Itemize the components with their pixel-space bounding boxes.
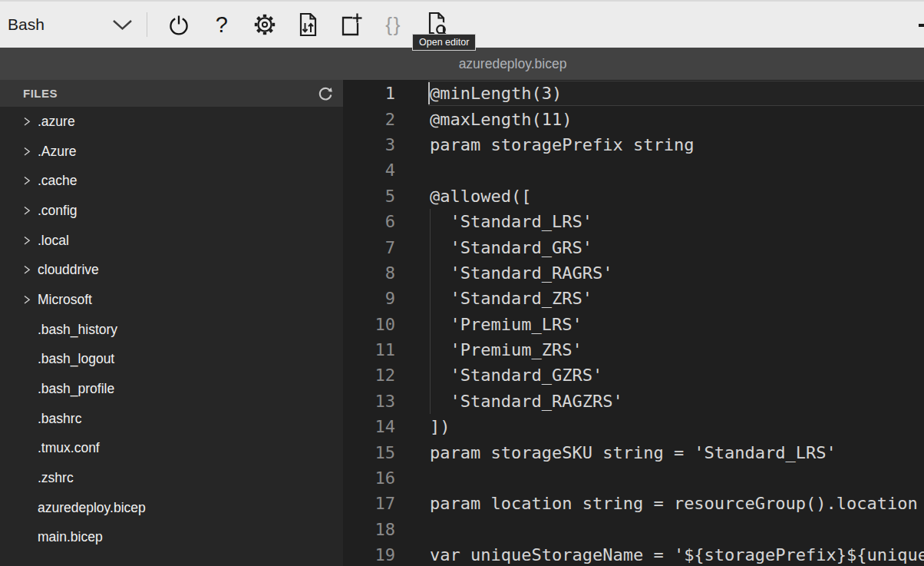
tree-item-label: .Azure bbox=[38, 144, 77, 160]
line-number: 2 bbox=[343, 110, 395, 129]
tree-item[interactable]: .zshrc bbox=[0, 463, 343, 493]
tree-item[interactable]: main.bicep bbox=[0, 523, 343, 553]
indent-guide bbox=[430, 209, 431, 234]
refresh-icon bbox=[318, 86, 333, 101]
tree-item[interactable]: Microsoft bbox=[0, 285, 343, 315]
tree-item-label: .bash_logout bbox=[38, 351, 114, 367]
chevron-right-icon[interactable] bbox=[23, 206, 31, 216]
tree-item[interactable]: .cache bbox=[0, 166, 343, 196]
code-line[interactable]: 9 'Standard_ZRS' bbox=[343, 286, 924, 311]
window-control-partial[interactable] bbox=[919, 24, 924, 27]
code-text: @allowed([ bbox=[430, 187, 924, 206]
tree-item[interactable]: .tmux.conf bbox=[0, 434, 343, 464]
chevron-right-icon[interactable] bbox=[23, 117, 31, 127]
tree-item[interactable]: .bash_logout bbox=[0, 345, 343, 375]
chevron-right-icon[interactable] bbox=[23, 265, 31, 275]
refresh-button[interactable] bbox=[318, 86, 333, 101]
tree-item[interactable]: .config bbox=[0, 196, 343, 226]
braces-button[interactable]: {} bbox=[372, 2, 415, 48]
code-line[interactable]: 8 'Standard_RAGRS' bbox=[343, 260, 924, 286]
line-number: 12 bbox=[343, 366, 395, 385]
line-number: 14 bbox=[343, 417, 395, 436]
indent-guide bbox=[430, 312, 431, 337]
power-icon bbox=[167, 13, 190, 37]
code-line[interactable]: 16 bbox=[343, 465, 924, 491]
tree-item[interactable]: .bash_history bbox=[0, 315, 343, 345]
code-line[interactable]: 4 bbox=[343, 157, 924, 183]
code-line[interactable]: 10 'Premium_LRS' bbox=[343, 312, 924, 337]
tree-item-label: .local bbox=[38, 233, 69, 249]
braces-icon: {} bbox=[385, 13, 401, 37]
chevron-right-icon[interactable] bbox=[23, 176, 31, 186]
tree-item[interactable]: .azure bbox=[0, 107, 343, 137]
code-text: 'Premium_ZRS' bbox=[430, 340, 924, 359]
code-line[interactable]: 19var uniqueStorageName = '${storagePref… bbox=[343, 542, 924, 566]
settings-button[interactable] bbox=[243, 2, 286, 48]
code-line[interactable]: 3param storagePrefix string bbox=[343, 132, 924, 157]
active-file-tab[interactable]: azuredeploy.bicep bbox=[459, 56, 567, 72]
tree-item-label: clouddrive bbox=[38, 262, 99, 278]
tree-item-label: .azure bbox=[38, 114, 75, 130]
cloud-shell-window: Bash ? bbox=[0, 0, 924, 566]
code-editor[interactable]: 1@minLength(3)2@maxLength(11)3param stor… bbox=[343, 80, 924, 566]
line-number: 11 bbox=[343, 340, 395, 359]
tree-item[interactable]: .Azure bbox=[0, 137, 343, 167]
tree-item-label: main.bicep bbox=[38, 529, 103, 545]
indent-guide bbox=[430, 286, 431, 311]
tree-item[interactable]: .bash_profile bbox=[0, 374, 343, 404]
code-text: 'Standard_GZRS' bbox=[430, 366, 924, 385]
new-session-button[interactable] bbox=[329, 2, 372, 48]
code-line[interactable]: 18 bbox=[343, 517, 924, 542]
code-line[interactable]: 17param location string = resourceGroup(… bbox=[343, 491, 924, 516]
code-line[interactable]: 14]) bbox=[343, 414, 924, 439]
code-line[interactable]: 2@maxLength(11) bbox=[343, 106, 924, 131]
indent-guide bbox=[430, 389, 431, 414]
tree-item-label: .bash_history bbox=[38, 322, 117, 338]
line-number: 13 bbox=[343, 392, 395, 411]
code-text: 'Standard_LRS' bbox=[430, 212, 924, 231]
code-line[interactable]: 5@allowed([ bbox=[343, 184, 924, 209]
line-number: 8 bbox=[343, 263, 395, 283]
line-number: 18 bbox=[343, 520, 395, 539]
tree-item-label: .zshrc bbox=[38, 470, 74, 486]
indent-guide bbox=[430, 234, 431, 260]
files-header-title: FILES bbox=[23, 87, 318, 100]
chevron-down-icon bbox=[112, 19, 133, 31]
chevron-right-icon[interactable] bbox=[23, 295, 31, 305]
line-number: 3 bbox=[343, 135, 395, 154]
code-line[interactable]: 6 'Standard_LRS' bbox=[343, 209, 924, 234]
indent-guide bbox=[430, 260, 431, 286]
file-tree: .azure.Azure.cache.config.localclouddriv… bbox=[0, 107, 343, 566]
indent-guide bbox=[430, 337, 431, 362]
line-number: 10 bbox=[343, 315, 395, 334]
tree-item[interactable]: .local bbox=[0, 226, 343, 256]
tree-item[interactable]: clouddrive bbox=[0, 255, 343, 285]
code-text: 'Standard_GRS' bbox=[430, 238, 924, 257]
tree-item[interactable]: .bashrc bbox=[0, 404, 343, 434]
gear-icon bbox=[252, 12, 278, 38]
shell-selector-label[interactable]: Bash bbox=[8, 15, 45, 34]
code-line[interactable]: 13 'Standard_RAGZRS' bbox=[343, 389, 924, 414]
line-number: 17 bbox=[343, 494, 395, 513]
code-line[interactable]: 12 'Standard_GZRS' bbox=[343, 362, 924, 388]
power-button[interactable] bbox=[157, 2, 200, 48]
code-line[interactable]: 1@minLength(3) bbox=[343, 81, 924, 106]
line-number: 19 bbox=[343, 545, 395, 564]
help-button[interactable]: ? bbox=[200, 2, 243, 48]
chevron-right-icon[interactable] bbox=[23, 147, 31, 157]
editor-tab-bar: azuredeploy.bicep bbox=[0, 48, 924, 80]
tree-item-label: .config bbox=[38, 203, 78, 219]
line-number: 7 bbox=[343, 238, 395, 257]
upload-download-button[interactable] bbox=[286, 2, 329, 48]
code-line[interactable]: 11 'Premium_ZRS' bbox=[343, 337, 924, 362]
tree-item[interactable]: azuredeploy.bicep bbox=[0, 493, 343, 523]
code-line[interactable]: 7 'Standard_GRS' bbox=[343, 234, 924, 260]
file-transfer-icon bbox=[295, 11, 321, 38]
code-line[interactable]: 15param storageSKU string = 'Standard_LR… bbox=[343, 439, 924, 465]
text-cursor bbox=[428, 82, 430, 104]
chevron-right-icon[interactable] bbox=[23, 236, 31, 246]
line-number: 5 bbox=[343, 187, 395, 206]
line-number: 1 bbox=[343, 84, 395, 103]
code-text: 'Premium_LRS' bbox=[430, 315, 924, 334]
shell-selector-dropdown[interactable] bbox=[112, 19, 133, 31]
